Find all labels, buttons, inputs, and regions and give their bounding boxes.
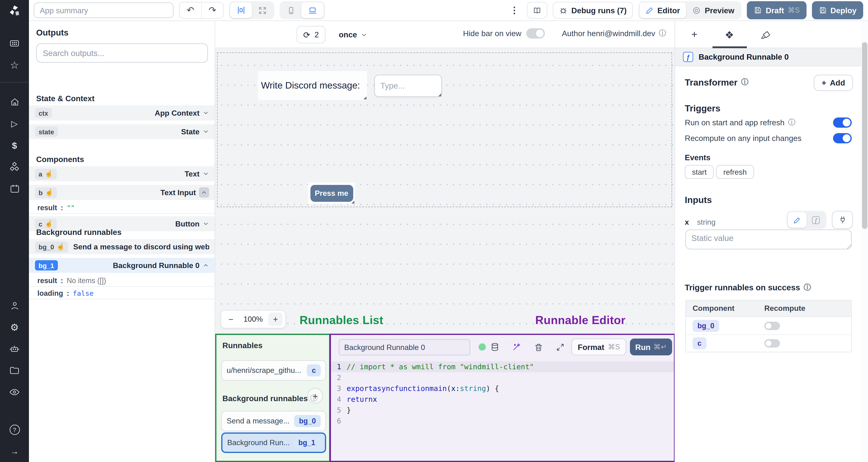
format-button[interactable]: Format ⌘S: [571, 338, 626, 355]
app-summary-input[interactable]: [34, 2, 174, 18]
text-component[interactable]: Write Discord message:: [258, 71, 367, 100]
home-icon[interactable]: [0, 91, 29, 113]
static-mode-button[interactable]: [788, 212, 807, 228]
bg0-badge[interactable]: bg_0: [692, 320, 719, 332]
desktop-view-button[interactable]: [301, 2, 324, 18]
delete-trash-icon[interactable]: [532, 341, 544, 353]
chevron-up-icon[interactable]: [203, 262, 209, 269]
debug-runs-button[interactable]: Debug runs (7): [553, 2, 633, 19]
expand-editor-icon[interactable]: [554, 341, 566, 353]
runnable-item-bg0[interactable]: Send a message... bg_0: [221, 411, 326, 431]
favorites-star-icon[interactable]: ☆: [0, 54, 29, 76]
settings-gear-icon[interactable]: ⚙: [0, 316, 29, 338]
b-result-row[interactable]: result: "": [29, 202, 215, 214]
component-settings-tab[interactable]: ❖: [721, 27, 737, 43]
hide-bar-toggle[interactable]: [526, 28, 545, 38]
code-line[interactable]: 3export async function main(x: string) {: [331, 383, 674, 394]
variables-dollar-icon[interactable]: $: [0, 134, 29, 156]
recompute-c-toggle[interactable]: [764, 339, 780, 348]
more-menu-button[interactable]: ⋮: [507, 5, 521, 16]
fullwidth-layout-button[interactable]: [252, 2, 273, 18]
static-value-input[interactable]: [685, 230, 852, 250]
ai-wand-icon[interactable]: [510, 341, 523, 353]
output-row-ctx[interactable]: ctx App Context: [29, 105, 215, 121]
press-me-button[interactable]: Press me: [310, 185, 353, 202]
workers-robot-icon[interactable]: [0, 338, 29, 360]
info-icon[interactable]: ⓘ: [804, 283, 811, 293]
collapse-button[interactable]: [199, 187, 209, 198]
code-line[interactable]: 4 return x: [331, 394, 674, 405]
textinput-component[interactable]: [374, 75, 442, 97]
run-on-start-toggle[interactable]: [833, 118, 852, 128]
app-switcher-icon[interactable]: [0, 33, 29, 54]
editor-tab[interactable]: Editor: [639, 2, 686, 18]
chevron-down-icon[interactable]: [203, 170, 209, 177]
run-button[interactable]: Run ⌘↵: [630, 338, 672, 355]
recompute-toggle[interactable]: [833, 133, 852, 143]
bg1-result-row[interactable]: result: No items ([]): [29, 275, 215, 287]
button-component[interactable]: Press me: [308, 183, 355, 204]
refresh-count-button[interactable]: ⟳ 2: [297, 26, 326, 43]
runnable-name-input[interactable]: [339, 339, 470, 355]
event-refresh-badge[interactable]: refresh: [716, 165, 754, 179]
deploy-button[interactable]: Deploy: [812, 1, 863, 19]
info-icon[interactable]: ⓘ: [659, 28, 666, 38]
undo-button[interactable]: ↶: [180, 2, 201, 18]
resources-cubes-icon[interactable]: [0, 156, 29, 178]
event-start-badge[interactable]: start: [685, 165, 714, 179]
centered-layout-button[interactable]: [230, 2, 252, 18]
code-line[interactable]: 1// import * as wmill from "windmill-cli…: [331, 361, 674, 372]
bg1-loading-row[interactable]: loading: false: [29, 288, 215, 299]
search-outputs-input[interactable]: [36, 43, 208, 63]
mobile-view-button[interactable]: [281, 2, 301, 18]
add-background-runnable-button[interactable]: +: [307, 388, 323, 403]
insert-component-tab[interactable]: +: [687, 27, 702, 43]
schedule-dropdown[interactable]: once: [334, 26, 373, 43]
preview-tab[interactable]: Preview: [686, 2, 740, 18]
hand-pointer-icon: ☝: [44, 220, 53, 228]
collapse-arrow-icon[interactable]: →: [0, 440, 29, 462]
resize-handle[interactable]: [364, 96, 367, 99]
eval-mode-button[interactable]: ƒ: [807, 212, 825, 228]
resize-handle[interactable]: [351, 201, 354, 204]
topbar: ↶ ↷ ⋮ Debug runs (7): [29, 0, 868, 21]
code-line[interactable]: 6: [331, 416, 674, 426]
audit-eye-icon[interactable]: [0, 381, 29, 403]
code-line[interactable]: 5}: [331, 405, 674, 416]
info-icon[interactable]: ⓘ: [788, 118, 796, 128]
scrollbar-thumb[interactable]: [862, 42, 867, 229]
user-icon[interactable]: [0, 295, 29, 316]
runnable-item-bg1-selected[interactable]: Background Run... bg_1: [221, 432, 326, 453]
discord-message-input[interactable]: [374, 75, 442, 97]
output-row-state[interactable]: state State: [29, 124, 215, 140]
recompute-bg0-toggle[interactable]: [764, 322, 780, 330]
chevron-down-icon[interactable]: [203, 128, 209, 135]
connect-input-button[interactable]: [832, 211, 853, 229]
output-row-bg0[interactable]: bg_0☝ Send a message to discord using we…: [29, 239, 215, 255]
windmill-logo-icon[interactable]: [7, 4, 22, 19]
schedules-calendar-icon[interactable]: [0, 178, 29, 199]
add-transformer-button[interactable]: + Add: [814, 75, 853, 91]
docs-button[interactable]: [527, 2, 547, 19]
styling-tab[interactable]: [758, 27, 773, 43]
output-row-b[interactable]: b☝ Text Input: [29, 185, 215, 201]
code-line[interactable]: 2: [331, 372, 674, 383]
output-row-a[interactable]: a☝ Text: [29, 166, 215, 182]
info-icon[interactable]: ⓘ: [741, 77, 748, 87]
c-badge[interactable]: c: [692, 337, 706, 349]
redo-button[interactable]: ↷: [201, 2, 223, 18]
help-icon[interactable]: ?: [0, 419, 29, 440]
draft-button[interactable]: Draft ⌘S: [747, 1, 806, 19]
folders-icon[interactable]: [0, 360, 29, 381]
database-icon[interactable]: [489, 341, 501, 353]
zoom-in-button[interactable]: +: [268, 312, 283, 326]
app-canvas[interactable]: Write Discord message: Press me − 100% +…: [215, 48, 675, 462]
runs-play-icon[interactable]: ▷: [0, 113, 29, 134]
chevron-down-icon[interactable]: [203, 110, 209, 116]
code-editor[interactable]: 1// import * as wmill from "windmill-cli…: [331, 361, 674, 426]
chevron-down-icon[interactable]: [203, 221, 209, 227]
output-row-bg1[interactable]: bg_1 Background Runnable 0: [29, 258, 215, 273]
zoom-out-button[interactable]: −: [224, 312, 238, 326]
runnable-item-c[interactable]: u/henri/scrape_githu... c: [221, 360, 326, 381]
resize-handle[interactable]: [438, 93, 441, 96]
